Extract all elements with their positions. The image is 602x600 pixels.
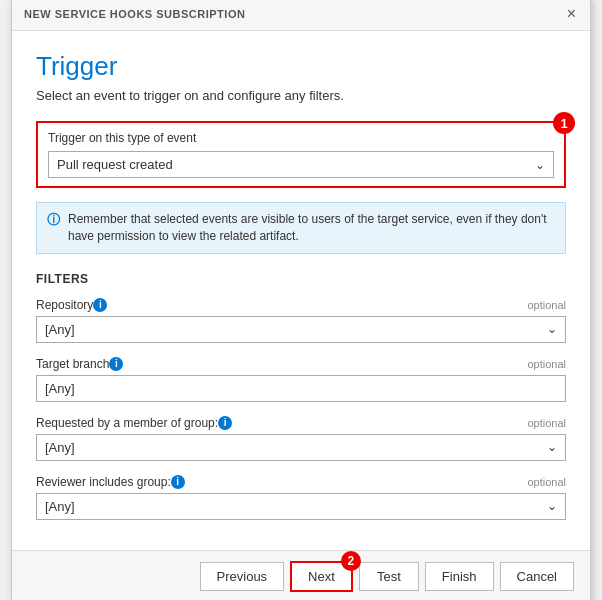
- service-hooks-dialog: NEW SERVICE HOOKS SUBSCRIPTION × Trigger…: [11, 0, 591, 600]
- repository-label-row: Repository i optional: [36, 298, 566, 312]
- reviewer-info-icon[interactable]: i: [171, 475, 185, 489]
- target-branch-label-text: Target branch: [36, 357, 109, 371]
- repository-label-text: Repository: [36, 298, 93, 312]
- requested-by-label-text: Requested by a member of group:: [36, 416, 218, 430]
- repository-info-icon[interactable]: i: [93, 298, 107, 312]
- info-icon: ⓘ: [47, 211, 60, 245]
- requested-by-label-row: Requested by a member of group: i option…: [36, 416, 566, 430]
- requested-by-value: [Any]: [45, 440, 75, 455]
- reviewer-label-text: Reviewer includes group:: [36, 475, 171, 489]
- dialog-body: Trigger Select an event to trigger on an…: [12, 31, 590, 550]
- requested-by-field-group: Requested by a member of group: i option…: [36, 416, 566, 461]
- close-button[interactable]: ×: [565, 6, 578, 22]
- target-branch-field-group: Target branch i optional: [36, 357, 566, 402]
- test-button[interactable]: Test: [359, 562, 419, 591]
- reviewer-label: Reviewer includes group: i optional: [36, 475, 566, 489]
- reviewer-value: [Any]: [45, 499, 75, 514]
- cancel-button[interactable]: Cancel: [500, 562, 574, 591]
- next-button-label: Next: [308, 569, 335, 584]
- target-branch-info-icon[interactable]: i: [109, 357, 123, 371]
- requested-by-optional: optional: [527, 417, 566, 429]
- reviewer-label-row: Reviewer includes group: i optional: [36, 475, 566, 489]
- trigger-event-group: 1 Trigger on this type of event Pull req…: [36, 121, 566, 188]
- previous-button[interactable]: Previous: [200, 562, 285, 591]
- target-branch-optional: optional: [527, 358, 566, 370]
- trigger-event-select[interactable]: Pull request created ⌄: [48, 151, 554, 178]
- dialog-header: NEW SERVICE HOOKS SUBSCRIPTION ×: [12, 0, 590, 31]
- chevron-down-icon: ⌄: [547, 499, 557, 513]
- dialog-header-title: NEW SERVICE HOOKS SUBSCRIPTION: [24, 8, 245, 20]
- requested-by-select[interactable]: [Any] ⌄: [36, 434, 566, 461]
- repository-value: [Any]: [45, 322, 75, 337]
- repository-select[interactable]: [Any] ⌄: [36, 316, 566, 343]
- filters-title: FILTERS: [36, 272, 566, 286]
- step-badge-1: 1: [553, 112, 575, 134]
- requested-by-info-icon[interactable]: i: [218, 416, 232, 430]
- chevron-down-icon: ⌄: [547, 322, 557, 336]
- target-branch-label-row: Target branch i optional: [36, 357, 566, 371]
- reviewer-field-group: Reviewer includes group: i optional [Any…: [36, 475, 566, 520]
- trigger-event-value: Pull request created: [57, 157, 173, 172]
- repository-label: Repository i optional: [36, 298, 566, 312]
- reviewer-select[interactable]: [Any] ⌄: [36, 493, 566, 520]
- page-subtitle: Select an event to trigger on and config…: [36, 88, 566, 103]
- dialog-footer: Previous Next 2 Test Finish Cancel: [12, 550, 590, 600]
- target-branch-input[interactable]: [36, 375, 566, 402]
- info-message: Remember that selected events are visibl…: [68, 211, 555, 245]
- next-button[interactable]: Next 2: [290, 561, 353, 592]
- repository-optional: optional: [527, 299, 566, 311]
- chevron-down-icon: ⌄: [547, 440, 557, 454]
- trigger-event-label: Trigger on this type of event: [48, 131, 554, 145]
- chevron-down-icon: ⌄: [535, 158, 545, 172]
- requested-by-label: Requested by a member of group: i option…: [36, 416, 566, 430]
- finish-button[interactable]: Finish: [425, 562, 494, 591]
- repository-field-group: Repository i optional [Any] ⌄: [36, 298, 566, 343]
- reviewer-optional: optional: [527, 476, 566, 488]
- step-badge-2: 2: [341, 551, 361, 571]
- info-box: ⓘ Remember that selected events are visi…: [36, 202, 566, 254]
- page-title: Trigger: [36, 51, 566, 82]
- target-branch-label: Target branch i optional: [36, 357, 566, 371]
